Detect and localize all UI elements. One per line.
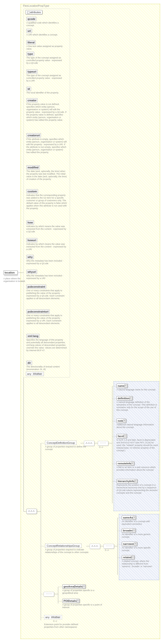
element-narrower-desc: An identifier of a more specific concept… bbox=[122, 546, 158, 552]
attr-typeuri-desc: The type of the concept assigned as cont… bbox=[26, 74, 65, 82]
element-name-desc: A natural language name for the concept. bbox=[116, 388, 157, 391]
attr-creatoruri: creatoruri bbox=[26, 133, 41, 138]
attr-uri: uri bbox=[26, 29, 32, 33]
cdg-occurs: 0..∞ bbox=[99, 446, 103, 448]
attr-modified-desc: The date (and, optionally, the time) whe… bbox=[26, 170, 67, 180]
connector bbox=[108, 443, 112, 443]
element-facet-desc: In NAR 1.8 and later, facet is deprecate… bbox=[116, 439, 158, 452]
element-geoareadetails[interactable]: geoAreaDetails bbox=[62, 584, 86, 589]
connector bbox=[112, 386, 112, 504]
element-related[interactable]: related bbox=[122, 555, 135, 560]
connector bbox=[94, 443, 98, 443]
element-broader[interactable]: broader bbox=[122, 528, 136, 533]
sequence-compositor: • • • bbox=[26, 509, 37, 514]
element-sameas-desc: An identifier of a concept with equivale… bbox=[122, 520, 158, 526]
connector bbox=[41, 594, 44, 594]
attr-xmllang: xml:lang bbox=[26, 334, 40, 338]
element-sameas[interactable]: sameAs bbox=[122, 516, 136, 520]
attr-howuri: howuri bbox=[26, 238, 38, 242]
sequence-compositor-cdg: • • • bbox=[84, 441, 94, 446]
crg-occurs: 0..∞ bbox=[105, 549, 109, 551]
type-title: FlexLocationPropType bbox=[23, 4, 49, 7]
element-related-desc: A related concept, where the relationshi… bbox=[122, 560, 158, 568]
element-remoteinfo-desc: A link to an item or a web resource whic… bbox=[116, 466, 157, 471]
element-poidetails-desc: A group of properties specific to a poin… bbox=[62, 604, 106, 609]
element-definition[interactable]: definition bbox=[116, 396, 133, 400]
element-definition-desc: A natural language definition of the sem… bbox=[116, 401, 157, 412]
attr-pubconstraint: pubconstraint bbox=[26, 284, 46, 289]
choice-compositor-geo bbox=[44, 592, 54, 596]
connector bbox=[118, 518, 122, 518]
element-hierarchyinfo[interactable]: hierarchyInfo bbox=[116, 479, 138, 483]
attr-dir: dir bbox=[26, 361, 32, 365]
any-other-occurs: 0..∞ bbox=[53, 620, 57, 622]
connector bbox=[80, 443, 84, 443]
attr-qcode: qcode bbox=[26, 17, 36, 21]
attr-why: why bbox=[26, 255, 34, 259]
connector bbox=[112, 421, 116, 421]
connector bbox=[112, 386, 116, 386]
connector bbox=[41, 546, 44, 546]
element-note[interactable]: note bbox=[116, 419, 126, 423]
attr-modified: modified bbox=[26, 165, 40, 170]
connector bbox=[18, 272, 24, 273]
element-broader-desc: An identifier of a more generic concept. bbox=[122, 533, 158, 538]
connector bbox=[112, 464, 116, 464]
group-concept-relationships-desc: A group of properties required to indica… bbox=[45, 548, 90, 554]
connector bbox=[118, 558, 122, 558]
connector bbox=[41, 443, 44, 443]
group-concept-definition-desc: A group of properties required to define… bbox=[45, 446, 88, 451]
attr-pubconstrainturi: pubconstrainturi bbox=[26, 310, 50, 314]
attr-custom: custom bbox=[26, 189, 38, 194]
attr-how: how bbox=[26, 220, 34, 225]
attr-xmllang-desc: Specifies the language of this property … bbox=[26, 339, 67, 352]
attr-why-desc: Why the metadata has been included - exp… bbox=[26, 260, 67, 265]
element-hierarchyinfo-desc: Represents the position of a concept in … bbox=[116, 484, 158, 494]
attr-qcode-desc: A qualified code which identifies a conc… bbox=[26, 22, 65, 27]
group-concept-definition: ConceptDefinitionGroup bbox=[45, 441, 76, 445]
attr-type: type bbox=[26, 52, 34, 56]
element-location[interactable]: location bbox=[3, 270, 18, 275]
attr-whyuri-desc: Why the metadata has been included - exp… bbox=[26, 274, 67, 280]
element-remoteinfo[interactable]: remoteInfo bbox=[116, 461, 134, 466]
connector bbox=[100, 546, 104, 546]
element-geoareadetails-desc: A group of properties specific to a geop… bbox=[62, 589, 106, 594]
attr-pubconstraint-desc: One or many constraints that apply to pu… bbox=[26, 289, 67, 300]
connector bbox=[24, 511, 26, 512]
connector bbox=[118, 531, 122, 531]
connector bbox=[112, 398, 116, 399]
connector bbox=[118, 518, 118, 575]
connector bbox=[86, 546, 90, 546]
element-location-label: location bbox=[4, 271, 14, 274]
attr-whyuri: whyuri bbox=[26, 270, 37, 274]
element-name[interactable]: name bbox=[116, 384, 128, 388]
attr-uri-desc: A URI which identifies a concept. bbox=[26, 34, 65, 36]
attr-custom-desc: Indicates that the corresponding propert… bbox=[26, 194, 67, 210]
choice-compositor-crg bbox=[104, 544, 114, 549]
element-narrower[interactable]: narrower bbox=[122, 542, 137, 546]
connector bbox=[41, 443, 41, 620]
attr-any-other: any##other bbox=[26, 372, 44, 376]
element-any-other-desc: Extension point for provider-defined pro… bbox=[44, 623, 87, 628]
element-facet[interactable]: facet bbox=[116, 434, 127, 438]
attributes-header: attributes bbox=[26, 10, 42, 14]
attr-creator-desc: If the property value is not defined, sp… bbox=[26, 103, 67, 122]
attr-creator: creator bbox=[26, 98, 38, 102]
element-any-other: any##other bbox=[44, 615, 62, 619]
attr-type-desc: The type of the concept assigned as cont… bbox=[26, 56, 65, 64]
connector bbox=[112, 436, 116, 436]
attr-pubconstrainturi-desc: One or many constraints that apply to pu… bbox=[26, 314, 67, 325]
attr-literal-desc: A free-text value assigned as property v… bbox=[26, 45, 65, 50]
group-concept-relationships: ConceptRelationshipsGroup bbox=[45, 544, 82, 548]
connector bbox=[37, 511, 41, 512]
element-poidetails[interactable]: POIDetails bbox=[62, 599, 80, 603]
connector bbox=[114, 546, 118, 546]
connector bbox=[41, 618, 44, 618]
attr-typeuri: typeuri bbox=[26, 70, 38, 74]
connector bbox=[24, 377, 24, 511]
attr-id: id bbox=[26, 87, 31, 91]
element-location-desc: A place where the organisation is locate… bbox=[3, 277, 30, 282]
attr-howuri-desc: Indicates by which means the value was e… bbox=[26, 243, 67, 251]
attr-literal: literal bbox=[26, 40, 36, 44]
choice-compositor-cdg bbox=[98, 441, 108, 446]
